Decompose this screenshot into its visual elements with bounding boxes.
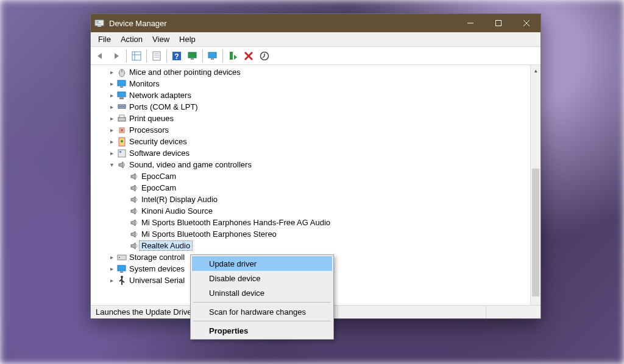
tree-category-label: Network adapters bbox=[127, 91, 193, 100]
toolbar-uninstall-button[interactable] bbox=[241, 49, 256, 63]
titlebar[interactable]: Device Manager bbox=[91, 14, 541, 32]
toolbar-properties-button[interactable] bbox=[149, 49, 164, 63]
chevron-right-icon: ▸ bbox=[107, 103, 116, 110]
tree-category[interactable]: ▸Print queues bbox=[91, 113, 530, 124]
monitor-icon bbox=[208, 51, 218, 61]
device-category-icon bbox=[116, 265, 127, 273]
toolbar-scan-button[interactable] bbox=[185, 49, 200, 63]
device-category-icon bbox=[116, 103, 127, 111]
chevron-right-icon: ▸ bbox=[107, 92, 116, 99]
tree-category[interactable]: ▸Monitors bbox=[91, 78, 530, 89]
context-menu-uninstall-device[interactable]: Uninstall device bbox=[192, 285, 332, 300]
tree-category-label: Storage controll bbox=[127, 253, 186, 262]
menu-file[interactable]: File bbox=[93, 33, 116, 46]
svg-rect-17 bbox=[188, 52, 196, 58]
statusbar-divider bbox=[486, 305, 486, 318]
statusbar-divider bbox=[338, 305, 338, 318]
tree-device[interactable]: Realtek Audio bbox=[91, 240, 530, 251]
svg-rect-11 bbox=[153, 52, 160, 60]
chevron-right-icon: ▸ bbox=[107, 115, 116, 122]
toolbar-separator bbox=[146, 49, 147, 63]
speaker-icon bbox=[129, 172, 140, 181]
context-menu-separator bbox=[193, 302, 331, 303]
tree-device[interactable]: Mi Sports Bluetooth Earphones Stereo bbox=[91, 228, 530, 240]
tree-device[interactable]: Kinoni Audio Source bbox=[91, 205, 530, 217]
chevron-right-icon: ▸ bbox=[107, 69, 116, 75]
tree-device[interactable]: Intel(R) Display Audio bbox=[91, 194, 530, 205]
toolbar: ? bbox=[91, 47, 541, 65]
svg-rect-18 bbox=[191, 58, 194, 60]
device-category-icon bbox=[116, 276, 127, 285]
svg-rect-45 bbox=[118, 265, 126, 271]
tree-device-label: Mi Sports Bluetooth Earphones Hands-Free… bbox=[140, 218, 332, 227]
arrow-left-icon bbox=[96, 52, 105, 60]
svg-point-48 bbox=[121, 276, 123, 278]
context-menu-update-driver[interactable]: Update driver bbox=[192, 256, 332, 271]
minimize-icon bbox=[467, 20, 473, 26]
menu-view[interactable]: View bbox=[147, 33, 174, 46]
svg-rect-8 bbox=[132, 52, 141, 60]
enable-device-icon bbox=[228, 51, 238, 61]
update-icon bbox=[260, 51, 269, 61]
chevron-down-icon: ▾ bbox=[107, 161, 116, 168]
chevron-right-icon: ▸ bbox=[107, 150, 116, 156]
toolbar-back-button[interactable] bbox=[93, 49, 108, 63]
toolbar-help-button[interactable]: ? bbox=[169, 49, 184, 63]
svg-point-34 bbox=[123, 106, 124, 107]
tree-device[interactable]: EpocCam bbox=[91, 182, 530, 194]
tree-device[interactable]: EpocCam bbox=[91, 170, 530, 182]
tree-category[interactable]: ▸Security devices bbox=[91, 136, 530, 147]
tree-device-label: Mi Sports Bluetooth Earphones Stereo bbox=[140, 229, 278, 239]
tree-device[interactable]: Mi Sports Bluetooth Earphones Hands-Free… bbox=[91, 217, 530, 228]
svg-rect-35 bbox=[118, 117, 126, 121]
close-button[interactable] bbox=[512, 14, 541, 32]
device-category-icon bbox=[116, 161, 127, 169]
svg-rect-2 bbox=[96, 21, 99, 23]
tree-category-label: Universal Serial bbox=[127, 276, 186, 285]
toolbar-separator bbox=[202, 49, 203, 63]
maximize-icon bbox=[495, 20, 502, 26]
tree-category[interactable]: ▸Processors bbox=[91, 124, 530, 136]
tree-category[interactable]: ▾Sound, video and game controllers bbox=[91, 159, 530, 170]
toolbar-show-hidden-button[interactable] bbox=[129, 49, 144, 63]
tree-category[interactable]: ▸Software devices bbox=[91, 147, 530, 159]
device-category-icon bbox=[116, 68, 127, 77]
menu-help[interactable]: Help bbox=[174, 33, 200, 46]
context-menu-scan-hardware[interactable]: Scan for hardware changes bbox=[192, 304, 332, 319]
context-menu: Update driver Disable device Uninstall d… bbox=[190, 254, 334, 340]
app-icon bbox=[94, 18, 104, 28]
speaker-icon bbox=[129, 184, 140, 192]
toolbar-monitor-button[interactable] bbox=[205, 49, 220, 63]
help-icon: ? bbox=[172, 51, 182, 61]
tree-category[interactable]: ▸Mice and other pointing devices bbox=[91, 66, 530, 78]
maximize-button[interactable] bbox=[484, 14, 512, 32]
menubar: File Action View Help bbox=[91, 32, 541, 47]
toolbar-enable-button[interactable] bbox=[225, 49, 240, 63]
context-menu-properties[interactable]: Properties bbox=[192, 323, 332, 338]
minimize-button[interactable] bbox=[456, 14, 484, 32]
speaker-icon bbox=[129, 195, 140, 204]
tree-category-label: Monitors bbox=[127, 79, 161, 88]
tree-category[interactable]: ▸Ports (COM & LPT) bbox=[91, 101, 530, 113]
tree-device-label: Intel(R) Display Audio bbox=[140, 195, 219, 204]
toolbar-separator bbox=[166, 49, 167, 63]
svg-rect-27 bbox=[118, 80, 126, 86]
chevron-right-icon: ▸ bbox=[107, 277, 116, 284]
tree-category-label: Ports (COM & LPT) bbox=[127, 102, 200, 111]
svg-rect-20 bbox=[211, 58, 214, 60]
speaker-icon bbox=[129, 207, 140, 215]
device-category-icon bbox=[116, 80, 127, 88]
svg-rect-21 bbox=[230, 52, 233, 60]
context-menu-disable-device[interactable]: Disable device bbox=[192, 271, 332, 285]
vertical-scrollbar[interactable]: ▴ bbox=[530, 65, 541, 305]
toolbar-separator bbox=[126, 49, 127, 63]
scroll-thumb[interactable] bbox=[532, 169, 539, 296]
tree-category[interactable]: ▸Network adapters bbox=[91, 89, 530, 101]
speaker-icon bbox=[129, 242, 140, 250]
device-category-icon bbox=[116, 137, 127, 147]
device-category-icon bbox=[116, 149, 127, 158]
svg-point-32 bbox=[119, 106, 121, 107]
toolbar-forward-button[interactable] bbox=[109, 49, 124, 63]
menu-action[interactable]: Action bbox=[116, 33, 147, 46]
toolbar-update-driver-button[interactable] bbox=[257, 49, 272, 63]
